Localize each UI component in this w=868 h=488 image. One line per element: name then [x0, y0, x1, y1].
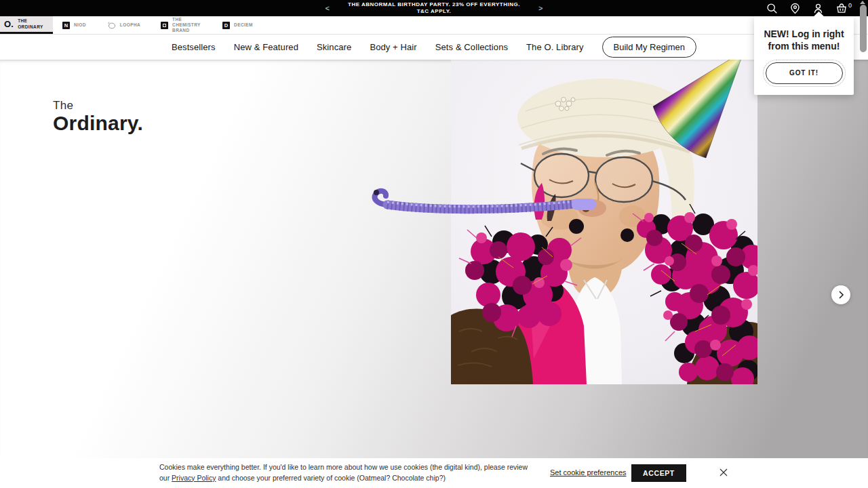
cookie-message-part2: and choose your preferred variety of coo…	[216, 474, 446, 482]
niod-logo: N	[62, 22, 70, 29]
hero-brand-the: The	[53, 99, 143, 113]
page-root: < THE ABNORMAL BIRTHDAY PARTY. 23% OFF E…	[0, 0, 868, 488]
search-icon[interactable]	[766, 0, 778, 16]
close-x-glyph	[719, 468, 728, 477]
brand-tab-niod[interactable]: N NIOD	[61, 16, 87, 34]
nav-item-sets-collections[interactable]: Sets & Collections	[435, 42, 508, 52]
nav-item-bestsellers[interactable]: Bestsellers	[172, 42, 216, 52]
chemistry-brand-logo	[161, 22, 168, 29]
brand-tab-loopha[interactable]: LOOPHA	[105, 16, 142, 34]
header-icons: 0	[766, 0, 852, 16]
the-ordinary-logo: O.	[4, 19, 14, 29]
promo-message: THE ABNORMAL BIRTHDAY PARTY. 23% OFF EVE…	[347, 1, 521, 16]
brand-tab-the-ordinary[interactable]: O. THE ORDINARY	[0, 16, 53, 34]
got-it-button[interactable]: GOT IT!	[766, 62, 843, 84]
search-icon-glyph	[766, 3, 778, 14]
privacy-policy-link[interactable]: Privacy Policy	[172, 474, 216, 482]
promo-banner: < THE ABNORMAL BIRTHDAY PARTY. 23% OFF E…	[0, 0, 868, 16]
brand-tab-label: THE CHEMISTRY BRAND	[172, 17, 202, 33]
brand-tab-label: DECIEM	[234, 22, 253, 28]
promo-next-button[interactable]: >	[538, 0, 542, 16]
brand-tab-deciem[interactable]: D DECIEM	[221, 16, 254, 34]
cart-icon[interactable]: 0	[835, 0, 852, 16]
store-locator-icon[interactable]	[789, 0, 801, 16]
hero-photo-illustration	[451, 47, 757, 384]
nav-item-o-library[interactable]: The O. Library	[526, 42, 583, 52]
login-tooltip: NEW! Log in right from this menu! GOT IT…	[754, 16, 854, 95]
cookie-message: Cookies make everything better. If you'd…	[159, 462, 539, 484]
brand-tab-label: THE ORDINARY	[18, 18, 43, 29]
carousel-next-button[interactable]	[831, 285, 850, 304]
build-my-regimen-button[interactable]: Build My Regimen	[602, 37, 697, 58]
cookie-banner: Cookies make everything better. If you'd…	[0, 458, 868, 488]
hero-brand-logo: The Ordinary.	[53, 99, 143, 134]
hero-brand-ordinary: Ordinary.	[53, 113, 143, 134]
location-pin-glyph	[789, 3, 801, 14]
login-tooltip-message: NEW! Log in right from this menu!	[760, 28, 848, 53]
set-cookie-preferences-link[interactable]: Set cookie preferences	[550, 468, 627, 476]
brand-tab-the-chemistry-brand[interactable]: THE CHEMISTRY BRAND	[159, 16, 203, 34]
nav-item-new-featured[interactable]: New & Featured	[234, 42, 298, 52]
scrollbar-thumb[interactable]	[860, 5, 867, 52]
brand-tab-label: NIOD	[74, 22, 86, 28]
brand-tab-label: LOOPHA	[120, 22, 140, 28]
nav-item-body-hair[interactable]: Body + Hair	[370, 42, 416, 52]
hero-image[interactable]	[451, 47, 757, 384]
cart-basket-glyph	[835, 3, 848, 14]
scrollbar-up-arrow[interactable]	[860, 1, 865, 4]
brand-switcher-bar: O. THE ORDINARY N NIOD LOOPHA THE CHEMIS…	[0, 16, 868, 35]
chevron-right-icon	[836, 290, 846, 300]
accept-cookies-button[interactable]: ACCEPT	[631, 464, 686, 482]
loofah-icon	[106, 21, 116, 30]
nav-item-skincare[interactable]: Skincare	[317, 42, 351, 52]
deciem-logo: D	[222, 22, 230, 29]
main-nav: Bestsellers New & Featured Skincare Body…	[0, 35, 868, 60]
cookie-close-icon[interactable]	[717, 467, 730, 479]
promo-prev-button[interactable]: <	[326, 0, 330, 16]
cart-count-badge: 0	[848, 2, 852, 9]
